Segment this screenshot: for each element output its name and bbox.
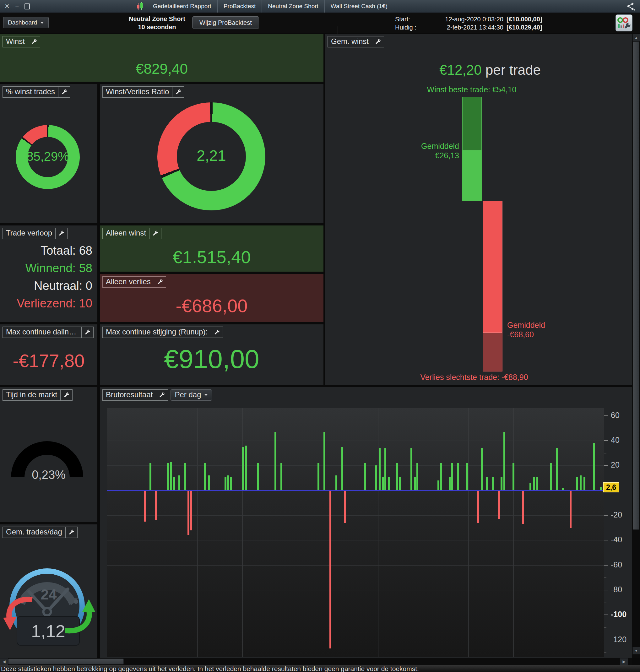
result-bar [382, 477, 384, 491]
result-bar [384, 448, 386, 491]
stat-totaal: Totaal: 68 [17, 242, 92, 259]
gridline-vertical [513, 408, 514, 657]
result-bar [144, 491, 146, 522]
gridline-vertical [197, 408, 198, 657]
huidig-datetime: 2-feb-2021 13:44:30 [425, 23, 507, 31]
gem-winst-suffix: per trade [482, 62, 541, 77]
wrench-icon[interactable] [156, 389, 168, 401]
tab-wall-street-cash[interactable]: Wall Street Cash (1€) [325, 0, 393, 13]
scroll-right-button[interactable]: ▶ [620, 658, 628, 665]
result-bar [208, 476, 210, 491]
scroll-up-button[interactable]: ▲ [632, 34, 640, 42]
wrench-icon[interactable] [172, 86, 184, 98]
zero-line [107, 490, 604, 491]
per-dag-dropdown[interactable]: Per dag [171, 389, 212, 401]
result-bar [504, 432, 505, 490]
best-trade-label: Winst beste trade: €54,10 [384, 85, 559, 94]
gridline-horizontal [107, 615, 604, 615]
wrench-icon[interactable] [58, 86, 70, 98]
wrench-icon[interactable] [211, 326, 223, 338]
title-bar: ✕ – Gedetailleerd Rapport ProBacktest Ne… [0, 0, 640, 13]
result-bar [556, 448, 558, 491]
tab-neutral-zone-short[interactable]: Neutral Zone Short [262, 0, 324, 13]
gem-winst-bar-segment [483, 333, 503, 371]
stat-verliezend: Verliezend: 10 [17, 294, 92, 312]
tab-probacktest[interactable]: ProBacktest [218, 0, 262, 13]
axis-tick-label: 60 [611, 411, 620, 420]
result-bar [576, 477, 578, 491]
panel-winst-title: Winst [2, 36, 28, 47]
axis-minor-tick [604, 453, 607, 453]
max-daling-value: -€177,80 [0, 350, 97, 371]
scroll-left-button[interactable]: ◀ [0, 658, 8, 665]
result-bar [275, 432, 276, 490]
panel-alleen-winst: Alleen winst €1.515,40 [100, 225, 323, 272]
wrench-icon[interactable] [82, 326, 93, 338]
result-bar [550, 463, 552, 491]
gridline-horizontal [107, 565, 604, 566]
minimize-icon[interactable]: – [15, 3, 19, 10]
panel-alleen-winst-title: Alleen winst [102, 228, 149, 239]
gridline-vertical [243, 408, 243, 657]
pct-winst-donut-chart: 85,29% [16, 125, 80, 189]
scroll-down-button[interactable]: ▼ [632, 647, 640, 654]
result-bar [190, 491, 192, 530]
result-bar [583, 477, 585, 491]
vertical-scroll-thumb[interactable] [633, 42, 639, 530]
result-bar [167, 463, 169, 491]
panel-pct-winst-title: % winst trades [2, 86, 58, 98]
stat-winnend: Winnend: 58 [17, 259, 92, 277]
dashboard-label: Dashboard [8, 19, 37, 26]
chevron-down-icon [204, 394, 208, 396]
wrench-icon[interactable] [56, 228, 68, 239]
panel-max-stijging: Max continue stijging (Runup): €910,00 [100, 324, 323, 385]
result-bar [178, 476, 180, 491]
panel-max-daling: Max continue daling (dra... -€177,80 [0, 324, 97, 385]
axis-minor-tick [604, 578, 607, 578]
wrench-icon[interactable] [149, 228, 161, 239]
result-bar [257, 463, 259, 491]
panel-trade-verloop-title: Trade verloop [2, 228, 56, 239]
gridline-vertical [288, 408, 288, 657]
panel-tijd-markt-title: Tijd in de markt [2, 389, 61, 401]
result-bar [536, 477, 538, 491]
red-down-arrow-icon [2, 595, 37, 634]
wrench-icon[interactable] [61, 389, 73, 401]
result-bar [486, 477, 488, 491]
close-icon[interactable]: ✕ [4, 3, 10, 10]
brutoresultaat-bar-chart [107, 408, 604, 657]
gem-winst-headline: €12,20 per trade [348, 62, 632, 78]
toolbar: Dashboard Neutral Zone Short 10 seconden… [0, 13, 640, 33]
gridline-vertical [423, 408, 423, 657]
session-info: Start: 12-aug-2020 0:03:20 [€10.000,00] … [395, 15, 542, 31]
max-stijging-value: €910,00 [100, 344, 323, 374]
axis-tick-label: -60 [611, 560, 622, 569]
maximize-icon[interactable] [25, 3, 30, 10]
tab-gedetailleerd-rapport[interactable]: Gedetailleerd Rapport [147, 0, 217, 13]
horizontal-scroll-thumb[interactable] [8, 658, 124, 664]
avg-win-amount: €26,13 [396, 151, 459, 160]
report-settings-icon[interactable] [615, 14, 632, 31]
alleen-verlies-value: -€686,00 [100, 295, 323, 316]
green-up-arrow-icon [61, 594, 96, 636]
wijzig-probacktest-button[interactable]: Wijzig ProBacktest [192, 16, 259, 29]
wrench-icon[interactable] [66, 527, 77, 538]
axis-tick-label: -100 [611, 610, 626, 619]
wrench-icon[interactable] [372, 36, 384, 47]
gem-winst-value: €12,20 [439, 62, 482, 77]
wrench-icon[interactable] [154, 276, 166, 288]
result-bar [477, 491, 479, 523]
dashboard-dropdown-button[interactable]: Dashboard [3, 17, 49, 28]
result-bar [227, 476, 229, 491]
panel-pct-winst-trades: % winst trades 85,29% [0, 84, 97, 223]
result-bar [184, 463, 186, 491]
result-bar [188, 491, 189, 536]
result-bar [512, 463, 514, 491]
gridline-horizontal [107, 515, 604, 516]
huidig-label: Huidig : [395, 23, 425, 31]
axis-tick-label: -120 [611, 635, 626, 644]
wrench-icon[interactable] [28, 36, 40, 47]
start-datetime: 12-aug-2020 0:03:20 [425, 15, 507, 23]
share-icon[interactable] [626, 2, 636, 11]
pct-winst-value: 85,29% [16, 149, 80, 164]
